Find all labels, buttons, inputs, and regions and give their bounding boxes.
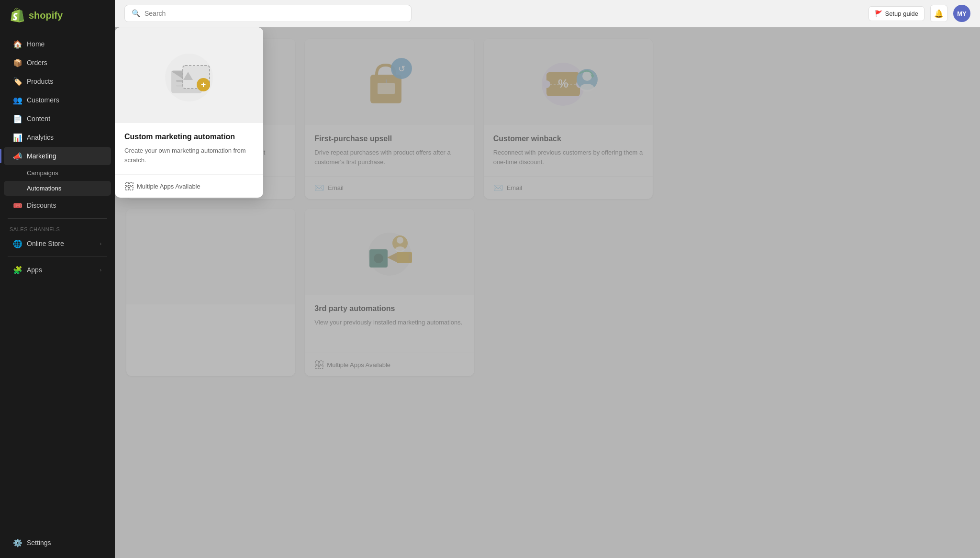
svg-point-7 xyxy=(391,58,412,79)
search-icon: 🔍 xyxy=(132,9,141,18)
svg-point-13 xyxy=(543,80,550,88)
svg-rect-47 xyxy=(125,182,129,186)
sidebar-item-customers[interactable]: 👥 Customers xyxy=(4,91,111,109)
svg-rect-27 xyxy=(385,257,388,260)
sidebar-item-settings[interactable]: ⚙️ Settings xyxy=(4,534,111,552)
sidebar-item-customers-label: Customers xyxy=(27,96,59,104)
orders-icon: 📦 xyxy=(13,58,22,67)
card-third-party-body: 3rd party automations View your previous… xyxy=(305,295,474,353)
svg-rect-48 xyxy=(130,182,133,186)
card-winback-body: Customer winback Reconnect with previous… xyxy=(484,125,653,176)
svg-point-21 xyxy=(368,233,411,276)
svg-marker-32 xyxy=(387,253,397,262)
sidebar-item-orders[interactable]: 📦 Orders xyxy=(4,54,111,72)
sidebar-item-apps[interactable]: 🧩 Apps › xyxy=(4,261,111,279)
modal-apps-badge: Multiple Apps Available xyxy=(124,181,200,191)
sidebar-item-orders-label: Orders xyxy=(27,59,47,67)
home-icon: 🏠 xyxy=(13,40,22,48)
sidebar-item-content[interactable]: 📄 Content xyxy=(4,110,111,128)
sidebar-item-discounts[interactable]: 🎟️ Discounts xyxy=(4,196,111,214)
topbar-right: 🚩 Setup guide 🔔 MY xyxy=(869,5,970,22)
bell-icon: 🔔 xyxy=(934,9,944,18)
products-icon: 🏷️ xyxy=(13,77,22,86)
main-area: 🔍 🚩 Setup guide 🔔 MY xyxy=(115,0,980,558)
chevron-right-icon: › xyxy=(100,241,101,246)
card-third-party-illustration xyxy=(305,209,474,295)
card-first-purchase-body: First-purchase upsell Drive repeat purch… xyxy=(305,125,474,176)
sidebar-item-home-label: Home xyxy=(27,40,45,48)
card-third-party-footer-label: Multiple Apps Available xyxy=(327,361,390,368)
modal-footer-label: Multiple Apps Available xyxy=(137,183,200,190)
search-input[interactable] xyxy=(145,10,404,17)
avatar[interactable]: MY xyxy=(953,5,970,22)
search-bar[interactable]: 🔍 xyxy=(124,5,412,22)
modal-body: Custom marketing automation Create your … xyxy=(115,123,263,174)
sidebar-item-online-store[interactable]: 🌐 Online Store › xyxy=(4,234,111,253)
sidebar-item-settings-label: Settings xyxy=(27,539,51,547)
svg-rect-34 xyxy=(315,361,319,364)
svg-rect-6 xyxy=(370,75,401,103)
marketing-icon: 📣 xyxy=(13,152,22,160)
svg-rect-49 xyxy=(125,187,129,190)
settings-icon: ⚙️ xyxy=(13,538,22,547)
first-purchase-illustration: ↺ xyxy=(361,53,418,111)
setup-guide-label: Setup guide xyxy=(885,10,918,17)
sidebar-item-home[interactable]: 🏠 Home xyxy=(4,35,111,53)
modal-desc: Create your own marketing automation fro… xyxy=(124,146,254,165)
card-winback-desc: Reconnect with previous customers by off… xyxy=(493,148,643,167)
svg-rect-26 xyxy=(369,257,372,260)
svg-point-11 xyxy=(542,63,585,106)
setup-guide-button[interactable]: 🚩 Setup guide xyxy=(869,6,924,21)
sidebar-item-automations[interactable]: Automations xyxy=(4,181,111,196)
sidebar-item-analytics[interactable]: 📊 Analytics xyxy=(4,128,111,146)
card-first-purchase-footer: ✉️ Email xyxy=(305,176,474,199)
apps-divider xyxy=(8,257,107,257)
logo-text: shopify xyxy=(29,10,63,21)
third-party-illustration xyxy=(361,223,418,280)
email-icon-2: ✉️ xyxy=(314,183,324,192)
card-custom-placeholder xyxy=(126,209,295,376)
content-area: % Welcome new subscriber Send new subscr… xyxy=(115,27,980,558)
svg-rect-25 xyxy=(377,265,380,268)
card-third-party-footer: Multiple Apps Available xyxy=(305,353,474,376)
avatar-initials: MY xyxy=(957,10,967,17)
card-customer-winback[interactable]: % Customer winback Reconnect with xyxy=(484,39,653,199)
svg-point-23 xyxy=(374,254,383,263)
sidebar-item-marketing-label: Marketing xyxy=(27,152,56,160)
sidebar-item-products[interactable]: 🏷️ Products xyxy=(4,72,111,90)
svg-point-29 xyxy=(397,237,403,244)
modal-illustration: + xyxy=(115,27,263,123)
shopify-logo-icon xyxy=(10,8,25,23)
sales-channels-label: Sales channels xyxy=(0,223,115,234)
sidebar-item-automations-label: Automations xyxy=(27,185,61,192)
svg-rect-9 xyxy=(378,83,395,94)
svg-text:%: % xyxy=(558,77,568,90)
card-first-purchase[interactable]: ↺ First-purchase upsell Drive repeat pur… xyxy=(305,39,474,199)
notifications-button[interactable]: 🔔 xyxy=(930,5,947,22)
sidebar-item-apps-label: Apps xyxy=(27,266,42,274)
apps-badge: Multiple Apps Available xyxy=(314,360,390,369)
email-icon-3: ✉️ xyxy=(493,183,503,192)
modal-card-custom-automation[interactable]: + Custom marketing automation Create you… xyxy=(115,27,263,198)
sidebar-item-products-label: Products xyxy=(27,78,53,85)
modal-title: Custom marketing automation xyxy=(124,133,254,141)
sidebar-item-campaigns-label: Campaigns xyxy=(27,169,58,177)
svg-point-17 xyxy=(577,69,598,90)
sidebar-item-marketing[interactable]: 📣 Marketing xyxy=(4,147,111,165)
sidebar-item-discounts-label: Discounts xyxy=(27,201,56,209)
online-store-icon: 🌐 xyxy=(13,239,22,248)
topbar: 🔍 🚩 Setup guide 🔔 MY xyxy=(115,0,980,27)
svg-point-19 xyxy=(580,84,594,91)
sidebar-item-campaigns[interactable]: Campaigns xyxy=(4,166,111,180)
svg-marker-20 xyxy=(590,74,593,78)
sales-channels-divider xyxy=(8,218,107,219)
logo-area[interactable]: shopify xyxy=(0,0,115,31)
custom-automation-illustration: + xyxy=(158,44,220,106)
customer-winback-illustration: % xyxy=(537,53,599,111)
svg-text:↺: ↺ xyxy=(398,64,405,74)
svg-rect-24 xyxy=(377,249,380,252)
analytics-icon: 📊 xyxy=(13,133,22,142)
card-third-party[interactable]: 3rd party automations View your previous… xyxy=(305,209,474,376)
svg-rect-12 xyxy=(546,72,580,96)
card-third-party-title: 3rd party automations xyxy=(314,304,464,313)
